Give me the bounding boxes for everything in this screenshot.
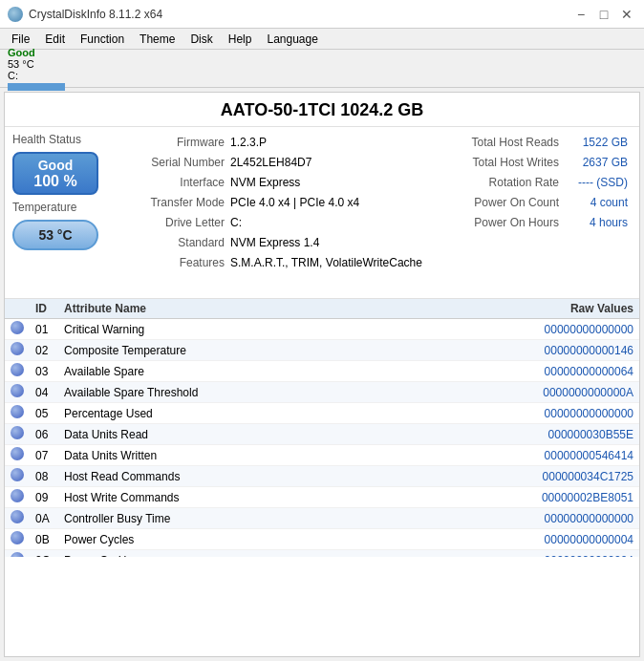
- col-raw: Raw Values: [486, 299, 639, 319]
- row-raw-value: 0000000000000A: [486, 382, 639, 403]
- main-content: AATO-50-1TCI 1024.2 GB Health Status Goo…: [4, 92, 640, 657]
- table-row[interactable]: 0CPower On Hours00000000000004: [5, 550, 639, 558]
- title-bar-left: CrystalDiskInfo 8.11.2 x64: [8, 7, 162, 22]
- attribute-table-wrapper[interactable]: ID Attribute Name Raw Values 01Critical …: [5, 299, 639, 557]
- row-attribute-name: Controller Busy Time: [58, 508, 486, 529]
- stats-panel: Total Host Reads1522 GBTotal Host Writes…: [440, 133, 632, 292]
- fw-key: Standard: [135, 233, 230, 252]
- stat-key: Power On Hours: [440, 213, 565, 232]
- minimize-button[interactable]: −: [571, 6, 590, 23]
- table-row[interactable]: 01Critical Warning00000000000000: [5, 319, 639, 340]
- row-id: 08: [30, 466, 58, 487]
- attribute-icon: [11, 342, 24, 355]
- table-row[interactable]: 06Data Units Read000000030B55E: [5, 424, 639, 445]
- stat-val: 4 count: [565, 193, 632, 212]
- health-panel: Health Status Good 100 % Temperature 53 …: [12, 133, 127, 292]
- menu-item-edit[interactable]: Edit: [37, 31, 73, 48]
- attribute-tbody: 01Critical Warning0000000000000002Compos…: [5, 319, 639, 558]
- row-icon-cell: [5, 508, 30, 529]
- window-title: CrystalDiskInfo 8.11.2 x64: [29, 8, 162, 21]
- status-bar: [8, 83, 65, 91]
- fw-val: PCIe 4.0 x4 | PCIe 4.0 x4: [230, 193, 433, 212]
- fw-val: NVM Express 1.4: [230, 233, 433, 252]
- fw-key: Serial Number: [135, 153, 230, 172]
- status-health-text: Good: [8, 47, 35, 58]
- table-row[interactable]: 09Host Write Commands00000002BE8051: [5, 487, 639, 508]
- row-id: 05: [30, 403, 58, 424]
- attribute-icon: [11, 468, 24, 481]
- attribute-table: ID Attribute Name Raw Values 01Critical …: [5, 299, 639, 557]
- row-attribute-name: Percentage Used: [58, 403, 486, 424]
- maximize-button[interactable]: □: [594, 6, 613, 23]
- row-attribute-name: Host Write Commands: [58, 487, 486, 508]
- row-icon-cell: [5, 550, 30, 558]
- table-row[interactable]: 08Host Read Commands000000034C1725: [5, 466, 639, 487]
- app-icon: [8, 7, 23, 22]
- table-header-row: ID Attribute Name Raw Values: [5, 299, 639, 319]
- stat-key: Total Host Reads: [440, 133, 565, 152]
- menu-item-file[interactable]: File: [4, 31, 37, 48]
- row-raw-value: 00000002BE8051: [486, 487, 639, 508]
- fw-val: 1.2.3.P: [230, 133, 433, 152]
- table-row[interactable]: 0BPower Cycles00000000000004: [5, 529, 639, 550]
- attribute-icon: [11, 426, 24, 439]
- menu-item-help[interactable]: Help: [221, 31, 260, 48]
- stat-val: 1522 GB: [565, 133, 632, 152]
- stat-key: Power On Count: [440, 193, 565, 212]
- menu-item-theme[interactable]: Theme: [132, 31, 182, 48]
- attribute-icon: [11, 510, 24, 523]
- row-icon-cell: [5, 487, 30, 508]
- row-raw-value: 00000000000000: [486, 508, 639, 529]
- row-attribute-name: Data Units Read: [58, 424, 486, 445]
- row-attribute-name: Data Units Written: [58, 445, 486, 466]
- row-id: 09: [30, 487, 58, 508]
- health-status: Good: [38, 158, 74, 173]
- row-raw-value: 00000000000146: [486, 340, 639, 361]
- table-row[interactable]: 07Data Units Written00000000546414: [5, 445, 639, 466]
- row-id: 07: [30, 445, 58, 466]
- menu-item-disk[interactable]: Disk: [182, 31, 220, 48]
- table-row[interactable]: 04Available Spare Threshold0000000000000…: [5, 382, 639, 403]
- row-raw-value: 00000000000004: [486, 529, 639, 550]
- drive-status-indicator: Good 53 °C C:: [8, 47, 65, 91]
- table-row[interactable]: 0AController Busy Time00000000000000: [5, 508, 639, 529]
- row-attribute-name: Composite Temperature: [58, 340, 486, 361]
- attribute-icon: [11, 405, 24, 418]
- menu-item-language[interactable]: Language: [259, 31, 325, 48]
- row-icon-cell: [5, 403, 30, 424]
- attribute-icon: [11, 384, 24, 397]
- health-percent: 100 %: [33, 173, 76, 190]
- table-row[interactable]: 03Available Spare00000000000064: [5, 361, 639, 382]
- row-attribute-name: Host Read Commands: [58, 466, 486, 487]
- firmware-panel: Firmware1.2.3.PSerial Number2L452LEH84D7…: [135, 133, 433, 292]
- fw-key: Transfer Mode: [135, 193, 230, 212]
- col-id: ID: [30, 299, 58, 319]
- info-section: Health Status Good 100 % Temperature 53 …: [5, 127, 639, 299]
- row-raw-value: 00000000000004: [486, 550, 639, 558]
- close-button[interactable]: ✕: [617, 6, 636, 23]
- row-id: 0C: [30, 550, 58, 558]
- attribute-icon: [11, 552, 24, 557]
- col-name: Attribute Name: [58, 299, 486, 319]
- row-attribute-name: Available Spare Threshold: [58, 382, 486, 403]
- table-row[interactable]: 05Percentage Used00000000000000: [5, 403, 639, 424]
- row-raw-value: 00000000000064: [486, 361, 639, 382]
- title-bar: CrystalDiskInfo 8.11.2 x64 − □ ✕: [0, 0, 644, 29]
- row-icon-cell: [5, 361, 30, 382]
- table-row[interactable]: 02Composite Temperature00000000000146: [5, 340, 639, 361]
- drive-title: AATO-50-1TCI 1024.2 GB: [5, 93, 639, 127]
- stat-val: 4 hours: [565, 213, 632, 232]
- row-id: 0A: [30, 508, 58, 529]
- menu-item-function[interactable]: Function: [73, 31, 132, 48]
- menu-bar: FileEditFunctionThemeDiskHelpLanguage: [0, 29, 644, 50]
- stat-key: Total Host Writes: [440, 153, 565, 172]
- row-raw-value: 00000000546414: [486, 445, 639, 466]
- row-raw-value: 00000000000000: [486, 403, 639, 424]
- fw-key: Drive Letter: [135, 213, 230, 232]
- attribute-icon: [11, 363, 24, 376]
- attribute-icon: [11, 489, 24, 502]
- stat-val: 2637 GB: [565, 153, 632, 172]
- row-id: 03: [30, 361, 58, 382]
- temperature-box: 53 °C: [12, 220, 98, 250]
- fw-key: Features: [135, 253, 230, 272]
